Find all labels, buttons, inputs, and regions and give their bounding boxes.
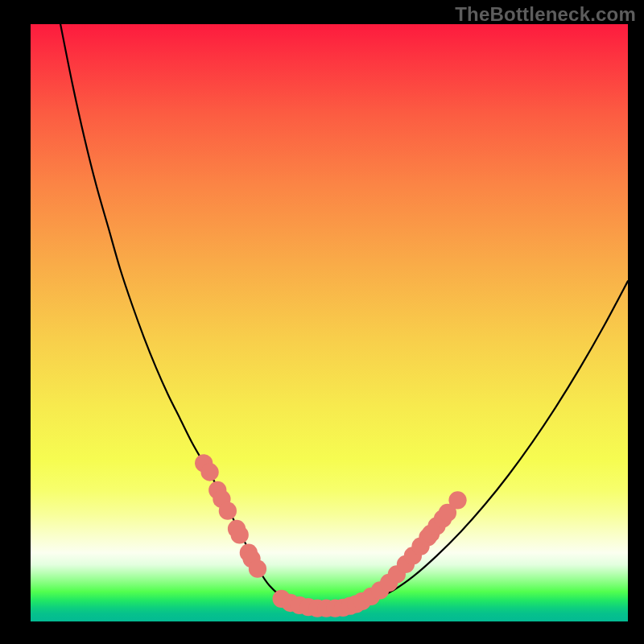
bottleneck-curve [60,24,628,609]
highlight-dots-group [195,454,467,617]
highlight-dot [200,463,218,481]
highlight-dot [249,560,266,578]
chart-overlay-svg [31,24,628,621]
chart-plot-area [31,24,628,621]
highlight-dot [231,526,249,543]
highlight-dot [448,491,466,509]
highlight-dot [219,502,237,520]
chart-outer-frame: TheBottleneck.com [0,0,644,644]
watermark-label: TheBottleneck.com [455,3,636,26]
